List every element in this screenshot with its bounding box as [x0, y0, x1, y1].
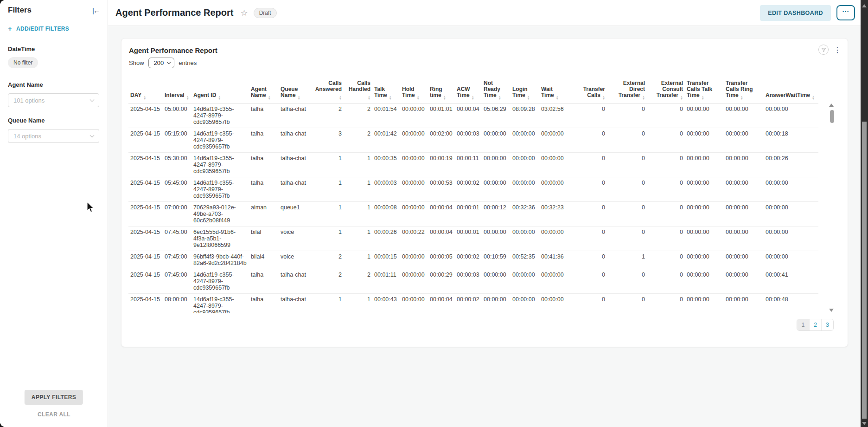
column-header-login-time[interactable]: Login Time▲▼: [511, 78, 539, 104]
edit-dashboard-button[interactable]: EDIT DASHBOARD: [760, 5, 831, 21]
cell-interval: 05:15:00: [163, 128, 191, 153]
table-row: 2025-04-1505:00:0014d6af19-c355-4247-897…: [128, 104, 818, 128]
page-button-3[interactable]: 3: [821, 319, 833, 330]
column-header-external-consult-transfer[interactable]: External Consult Transfer▲▼: [647, 78, 685, 104]
cell-transfer-calls: 0: [568, 269, 607, 294]
column-header-hold-time[interactable]: Hold Time▲▼: [400, 78, 428, 104]
column-header-calls-handled[interactable]: Calls Handled▲▼: [344, 78, 372, 104]
cell-transfer-calls-ring-time: 00:00:00: [724, 294, 764, 314]
cell-transfer-calls: 0: [568, 202, 607, 226]
cell-calls-handled: 1: [344, 251, 372, 269]
cell-day: 2025-04-15: [128, 251, 163, 269]
column-header-external-direct-transfer[interactable]: External Direct Transfer▲▼: [607, 78, 647, 104]
filter-icon[interactable]: [818, 45, 829, 55]
cell-talk-time: 00:00:43: [372, 294, 400, 314]
page-size-select[interactable]: 200: [148, 58, 175, 68]
add-edit-filters-button[interactable]: + ADD/EDIT FILTERS: [8, 25, 99, 32]
column-header-not-ready-time[interactable]: Not Ready Time▲▼: [482, 78, 511, 104]
cell-transfer-calls: 0: [568, 251, 607, 269]
cell-external-consult-transfer: 0: [647, 202, 685, 226]
cell-queue-name: talha-chat: [279, 153, 312, 177]
screen-corner: [0, 421, 6, 427]
table-row: 2025-04-1507:00:0070629a93-012e-49be-a70…: [128, 202, 818, 226]
table-scroll-up-arrow[interactable]: [829, 104, 834, 107]
cell-acw-time: 00:00:01: [455, 226, 482, 251]
cell-transfer-calls-ring-time: 00:00:00: [724, 269, 764, 294]
cell-calls-answered: 2: [312, 269, 344, 294]
column-header-talk-time[interactable]: Talk Time▲▼: [372, 78, 400, 104]
cell-external-consult-transfer: 0: [647, 269, 685, 294]
column-header-interval[interactable]: Interval▲▼: [163, 78, 191, 104]
table-row: 2025-04-1505:15:0014d6af19-c355-4247-897…: [128, 128, 818, 153]
cell-talk-time: 00:00:08: [372, 202, 400, 226]
cell-transfer-calls: 0: [568, 104, 607, 128]
filters-title: Filters: [8, 6, 32, 15]
cell-external-consult-transfer: 0: [647, 128, 685, 153]
cell-agent-name: talha: [249, 269, 279, 294]
clear-all-button[interactable]: CLEAR ALL: [0, 411, 108, 418]
table-scroll-down-arrow[interactable]: [829, 309, 834, 312]
top-header-bar: Agent Performance Report ☆ Draft EDIT DA…: [108, 0, 861, 26]
column-header-calls-answered[interactable]: Calls Answered▲▼: [312, 78, 344, 104]
queue-name-select-value: 14 options: [13, 133, 41, 140]
column-header-day[interactable]: DAY▲▼: [128, 78, 163, 104]
scroll-up-arrow-icon[interactable]: [862, 4, 867, 7]
queue-name-select[interactable]: 14 options: [8, 129, 99, 143]
page-button-1[interactable]: 1: [797, 319, 809, 330]
cell-agent-name: bilal4: [249, 251, 279, 269]
sort-icon: ▲▼: [602, 96, 605, 100]
cell-day: 2025-04-15: [128, 294, 163, 314]
table-row: 2025-04-1505:45:0014d6af19-c355-4247-897…: [128, 177, 818, 202]
page-scrollbar-thumb[interactable]: [862, 122, 867, 419]
column-header-transfer-calls-talk-time[interactable]: Transfer Calls Talk Time▲▼: [685, 78, 724, 104]
column-header-transfer-calls[interactable]: Transfer Calls▲▼: [568, 78, 607, 104]
more-options-button[interactable]: ···: [836, 5, 855, 20]
cell-queue-name: talha-chat: [279, 294, 312, 314]
datetime-filter-chip[interactable]: No filter: [8, 57, 38, 68]
cell-day: 2025-04-15: [128, 269, 163, 294]
pagination: 123: [797, 319, 834, 331]
report-card: Agent Performance Report ⋮ Show 200 entr…: [121, 38, 848, 347]
cell-acw-time: 00:00:11: [455, 153, 482, 177]
column-header-ring-time[interactable]: Ring time▲▼: [428, 78, 455, 104]
cell-day: 2025-04-15: [128, 226, 163, 251]
cell-hold-time: 00:00:00: [400, 294, 428, 314]
column-header-queue-name[interactable]: Queue Name▲▼: [279, 78, 312, 104]
agent-name-select[interactable]: 101 options: [8, 93, 99, 107]
cell-transfer-calls-talk-time: 00:00:00: [685, 177, 724, 202]
page-button-2[interactable]: 2: [809, 319, 821, 330]
table-row: 2025-04-1505:30:0014d6af19-c355-4247-897…: [128, 153, 818, 177]
column-header-acw-time[interactable]: ACW Time▲▼: [455, 78, 482, 104]
cell-external-consult-transfer: 0: [647, 177, 685, 202]
column-header-agent-name[interactable]: Agent Name▲▼: [249, 78, 279, 104]
column-header-answerwaittime[interactable]: AnswerWaitTime▲▼: [764, 78, 818, 104]
cell-wait-time: 00:41:36: [539, 251, 568, 269]
page-scrollbar[interactable]: [861, 0, 868, 427]
collapse-sidebar-icon[interactable]: |←: [92, 6, 99, 14]
cell-hold-time: 00:00:00: [400, 104, 428, 128]
column-header-transfer-calls-ring-time[interactable]: Transfer Calls Ring Time▲▼: [724, 78, 764, 104]
sort-icon: ▲▼: [472, 96, 474, 100]
cell-agent-name: aiman: [249, 202, 279, 226]
table-row: 2025-04-1507:45:0096bff4f3-9bcb-440f-82a…: [128, 251, 818, 269]
cell-answerwaittime: 00:00:00: [764, 202, 818, 226]
page-title: Agent Performance Report: [115, 7, 234, 18]
cell-queue-name: queue1: [279, 202, 312, 226]
kebab-menu-icon[interactable]: ⋮: [834, 45, 841, 54]
apply-filters-button[interactable]: APPLY FILTERS: [25, 390, 83, 405]
column-header-wait-time[interactable]: Wait Time▲▼: [539, 78, 568, 104]
table-scrollbar-thumb[interactable]: [830, 110, 834, 123]
cell-external-consult-transfer: 0: [647, 104, 685, 128]
cell-login-time: 00:00:00: [511, 128, 539, 153]
cell-transfer-calls-ring-time: 00:00:00: [724, 226, 764, 251]
cell-hold-time: 00:00:22: [400, 226, 428, 251]
cell-agent-name: talha: [249, 294, 279, 314]
cell-hold-time: 00:00:00: [400, 153, 428, 177]
scroll-down-arrow-icon[interactable]: [862, 422, 867, 425]
column-header-agent-id[interactable]: Agent ID▲▼: [191, 78, 249, 104]
cell-talk-time: 00:00:26: [372, 226, 400, 251]
favorite-star-icon[interactable]: ☆: [241, 9, 248, 17]
cell-external-direct-transfer: 0: [607, 294, 647, 314]
cell-login-time: 00:00:00: [511, 269, 539, 294]
cell-ring-time: 00:00:04: [428, 294, 455, 314]
